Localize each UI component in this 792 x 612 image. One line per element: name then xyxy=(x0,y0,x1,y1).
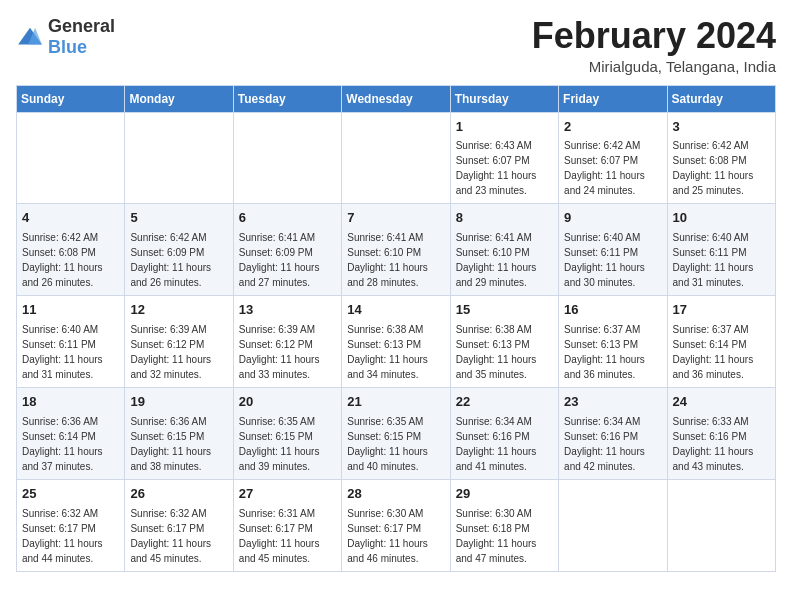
calendar-week-4: 18Sunrise: 6:36 AM Sunset: 6:14 PM Dayli… xyxy=(17,388,776,480)
calendar-cell xyxy=(17,112,125,204)
day-info: Sunrise: 6:39 AM Sunset: 6:12 PM Dayligh… xyxy=(130,322,227,382)
day-info: Sunrise: 6:42 AM Sunset: 6:08 PM Dayligh… xyxy=(22,230,119,290)
calendar-week-5: 25Sunrise: 6:32 AM Sunset: 6:17 PM Dayli… xyxy=(17,479,776,571)
calendar-cell: 16Sunrise: 6:37 AM Sunset: 6:13 PM Dayli… xyxy=(559,296,667,388)
calendar-cell: 9Sunrise: 6:40 AM Sunset: 6:11 PM Daylig… xyxy=(559,204,667,296)
day-info: Sunrise: 6:30 AM Sunset: 6:18 PM Dayligh… xyxy=(456,506,553,566)
calendar-cell: 3Sunrise: 6:42 AM Sunset: 6:08 PM Daylig… xyxy=(667,112,775,204)
day-number: 23 xyxy=(564,393,661,412)
calendar-cell: 20Sunrise: 6:35 AM Sunset: 6:15 PM Dayli… xyxy=(233,388,341,480)
day-info: Sunrise: 6:41 AM Sunset: 6:09 PM Dayligh… xyxy=(239,230,336,290)
header-saturday: Saturday xyxy=(667,85,775,112)
calendar-cell: 7Sunrise: 6:41 AM Sunset: 6:10 PM Daylig… xyxy=(342,204,450,296)
calendar-cell: 12Sunrise: 6:39 AM Sunset: 6:12 PM Dayli… xyxy=(125,296,233,388)
calendar-cell xyxy=(342,112,450,204)
page-header: General Blue February 2024 Mirialguda, T… xyxy=(16,16,776,75)
calendar-cell: 27Sunrise: 6:31 AM Sunset: 6:17 PM Dayli… xyxy=(233,479,341,571)
header-tuesday: Tuesday xyxy=(233,85,341,112)
calendar-cell: 19Sunrise: 6:36 AM Sunset: 6:15 PM Dayli… xyxy=(125,388,233,480)
logo-text: General Blue xyxy=(48,16,115,58)
day-info: Sunrise: 6:40 AM Sunset: 6:11 PM Dayligh… xyxy=(673,230,770,290)
day-number: 2 xyxy=(564,118,661,137)
calendar-cell: 22Sunrise: 6:34 AM Sunset: 6:16 PM Dayli… xyxy=(450,388,558,480)
day-info: Sunrise: 6:38 AM Sunset: 6:13 PM Dayligh… xyxy=(347,322,444,382)
logo-icon xyxy=(16,26,44,48)
day-info: Sunrise: 6:39 AM Sunset: 6:12 PM Dayligh… xyxy=(239,322,336,382)
day-info: Sunrise: 6:33 AM Sunset: 6:16 PM Dayligh… xyxy=(673,414,770,474)
calendar-cell: 17Sunrise: 6:37 AM Sunset: 6:14 PM Dayli… xyxy=(667,296,775,388)
title-area: February 2024 Mirialguda, Telangana, Ind… xyxy=(532,16,776,75)
calendar-cell: 6Sunrise: 6:41 AM Sunset: 6:09 PM Daylig… xyxy=(233,204,341,296)
day-info: Sunrise: 6:40 AM Sunset: 6:11 PM Dayligh… xyxy=(564,230,661,290)
day-info: Sunrise: 6:42 AM Sunset: 6:08 PM Dayligh… xyxy=(673,138,770,198)
day-number: 1 xyxy=(456,118,553,137)
calendar-cell: 26Sunrise: 6:32 AM Sunset: 6:17 PM Dayli… xyxy=(125,479,233,571)
calendar-cell xyxy=(559,479,667,571)
calendar-cell: 14Sunrise: 6:38 AM Sunset: 6:13 PM Dayli… xyxy=(342,296,450,388)
day-info: Sunrise: 6:36 AM Sunset: 6:15 PM Dayligh… xyxy=(130,414,227,474)
day-number: 19 xyxy=(130,393,227,412)
calendar-cell: 25Sunrise: 6:32 AM Sunset: 6:17 PM Dayli… xyxy=(17,479,125,571)
month-title: February 2024 xyxy=(532,16,776,56)
day-info: Sunrise: 6:42 AM Sunset: 6:09 PM Dayligh… xyxy=(130,230,227,290)
day-number: 22 xyxy=(456,393,553,412)
calendar-cell: 29Sunrise: 6:30 AM Sunset: 6:18 PM Dayli… xyxy=(450,479,558,571)
day-info: Sunrise: 6:34 AM Sunset: 6:16 PM Dayligh… xyxy=(456,414,553,474)
calendar-header-row: SundayMondayTuesdayWednesdayThursdayFrid… xyxy=(17,85,776,112)
day-number: 21 xyxy=(347,393,444,412)
day-number: 17 xyxy=(673,301,770,320)
day-info: Sunrise: 6:35 AM Sunset: 6:15 PM Dayligh… xyxy=(347,414,444,474)
day-number: 27 xyxy=(239,485,336,504)
day-number: 15 xyxy=(456,301,553,320)
calendar-cell: 18Sunrise: 6:36 AM Sunset: 6:14 PM Dayli… xyxy=(17,388,125,480)
day-number: 12 xyxy=(130,301,227,320)
day-number: 13 xyxy=(239,301,336,320)
calendar-cell: 8Sunrise: 6:41 AM Sunset: 6:10 PM Daylig… xyxy=(450,204,558,296)
day-info: Sunrise: 6:38 AM Sunset: 6:13 PM Dayligh… xyxy=(456,322,553,382)
calendar-cell: 15Sunrise: 6:38 AM Sunset: 6:13 PM Dayli… xyxy=(450,296,558,388)
day-number: 14 xyxy=(347,301,444,320)
calendar-cell: 1Sunrise: 6:43 AM Sunset: 6:07 PM Daylig… xyxy=(450,112,558,204)
day-info: Sunrise: 6:40 AM Sunset: 6:11 PM Dayligh… xyxy=(22,322,119,382)
day-info: Sunrise: 6:41 AM Sunset: 6:10 PM Dayligh… xyxy=(456,230,553,290)
day-number: 28 xyxy=(347,485,444,504)
calendar-cell: 11Sunrise: 6:40 AM Sunset: 6:11 PM Dayli… xyxy=(17,296,125,388)
day-number: 24 xyxy=(673,393,770,412)
day-info: Sunrise: 6:32 AM Sunset: 6:17 PM Dayligh… xyxy=(130,506,227,566)
day-number: 11 xyxy=(22,301,119,320)
calendar-cell: 2Sunrise: 6:42 AM Sunset: 6:07 PM Daylig… xyxy=(559,112,667,204)
day-number: 3 xyxy=(673,118,770,137)
day-info: Sunrise: 6:43 AM Sunset: 6:07 PM Dayligh… xyxy=(456,138,553,198)
header-wednesday: Wednesday xyxy=(342,85,450,112)
day-number: 4 xyxy=(22,209,119,228)
day-number: 8 xyxy=(456,209,553,228)
day-info: Sunrise: 6:30 AM Sunset: 6:17 PM Dayligh… xyxy=(347,506,444,566)
logo-general: General xyxy=(48,16,115,36)
calendar-cell: 23Sunrise: 6:34 AM Sunset: 6:16 PM Dayli… xyxy=(559,388,667,480)
day-info: Sunrise: 6:35 AM Sunset: 6:15 PM Dayligh… xyxy=(239,414,336,474)
day-number: 26 xyxy=(130,485,227,504)
day-info: Sunrise: 6:31 AM Sunset: 6:17 PM Dayligh… xyxy=(239,506,336,566)
day-number: 25 xyxy=(22,485,119,504)
day-number: 29 xyxy=(456,485,553,504)
day-info: Sunrise: 6:42 AM Sunset: 6:07 PM Dayligh… xyxy=(564,138,661,198)
calendar-table: SundayMondayTuesdayWednesdayThursdayFrid… xyxy=(16,85,776,572)
day-info: Sunrise: 6:32 AM Sunset: 6:17 PM Dayligh… xyxy=(22,506,119,566)
day-number: 5 xyxy=(130,209,227,228)
day-info: Sunrise: 6:37 AM Sunset: 6:13 PM Dayligh… xyxy=(564,322,661,382)
calendar-cell: 4Sunrise: 6:42 AM Sunset: 6:08 PM Daylig… xyxy=(17,204,125,296)
calendar-cell: 10Sunrise: 6:40 AM Sunset: 6:11 PM Dayli… xyxy=(667,204,775,296)
day-info: Sunrise: 6:34 AM Sunset: 6:16 PM Dayligh… xyxy=(564,414,661,474)
day-number: 10 xyxy=(673,209,770,228)
calendar-cell xyxy=(233,112,341,204)
header-friday: Friday xyxy=(559,85,667,112)
calendar-cell: 24Sunrise: 6:33 AM Sunset: 6:16 PM Dayli… xyxy=(667,388,775,480)
day-info: Sunrise: 6:36 AM Sunset: 6:14 PM Dayligh… xyxy=(22,414,119,474)
logo: General Blue xyxy=(16,16,115,58)
calendar-cell: 5Sunrise: 6:42 AM Sunset: 6:09 PM Daylig… xyxy=(125,204,233,296)
day-number: 18 xyxy=(22,393,119,412)
header-sunday: Sunday xyxy=(17,85,125,112)
calendar-week-3: 11Sunrise: 6:40 AM Sunset: 6:11 PM Dayli… xyxy=(17,296,776,388)
day-info: Sunrise: 6:41 AM Sunset: 6:10 PM Dayligh… xyxy=(347,230,444,290)
logo-blue: Blue xyxy=(48,37,87,57)
